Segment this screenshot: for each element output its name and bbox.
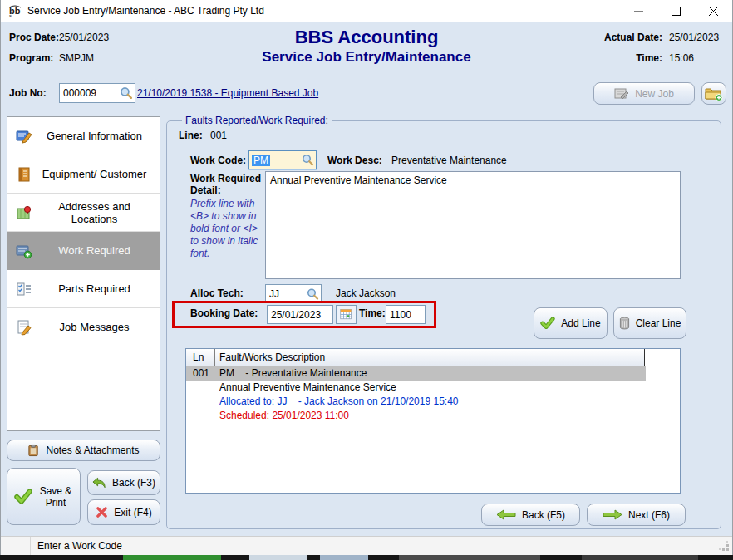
search-icon[interactable] <box>302 154 314 166</box>
line-value: 001 <box>210 130 227 141</box>
add-line-label: Add Line <box>561 317 600 329</box>
booking-date-label: Booking Date: <box>190 307 258 319</box>
booking-date-input[interactable]: 25/01/2023 <box>267 305 333 324</box>
title-bar: bb s Service Job Entry/Maintenance - ABC… <box>1 0 732 22</box>
detail-label: Work Required Detail: <box>190 173 267 196</box>
notes-attachments-button[interactable]: Notes & Attachments <box>7 440 160 461</box>
desktop-strip <box>0 555 733 560</box>
parts-required-icon <box>14 281 34 297</box>
time-value: 15:06 <box>669 52 724 64</box>
column-header-description: Fault/Works Description <box>219 351 325 363</box>
work-required-icon <box>14 243 34 259</box>
row-allocated-line: Allocated to: JJ - Jack Jackson on 21/10… <box>219 395 459 407</box>
back-f3-button[interactable]: Back (F3) <box>87 470 160 495</box>
exit-x-icon <box>96 507 108 518</box>
next-f6-arrow-icon <box>603 509 622 520</box>
faults-group-title: Faults Reported/Work Required: <box>182 115 332 126</box>
booking-time-input[interactable]: 1100 <box>386 305 426 324</box>
sidebar-item-work-required[interactable]: Work Required <box>7 232 160 270</box>
booking-time-value: 1100 <box>390 309 411 321</box>
work-desc-value: Preventative Maintenance <box>391 155 507 166</box>
notes-icon <box>27 444 40 457</box>
back-f3-label: Back (F3) <box>112 477 155 489</box>
save-check-icon <box>14 489 32 505</box>
booking-date-value: 25/01/2023 <box>271 309 321 321</box>
bbs-logo-icon: bb s <box>7 4 22 17</box>
clear-line-button[interactable]: Clear Line <box>613 307 686 339</box>
job-no-label: Job No: <box>9 87 47 99</box>
app-header: Proc Date: 25/01/2023 Program: SMPJM BBS… <box>1 22 732 76</box>
work-code-value: PM <box>252 155 270 166</box>
row-detail-line: Annual Preventive Maintenance Service <box>219 381 396 393</box>
save-print-label: Save & Print <box>38 485 73 508</box>
calendar-icon <box>340 307 352 322</box>
resize-grip[interactable] <box>719 541 730 552</box>
exit-f4-label: Exit (F4) <box>114 507 151 518</box>
table-header: Ln Fault/Works Description <box>186 349 645 366</box>
work-desc-label: Work Desc: <box>327 155 382 166</box>
close-button[interactable] <box>695 0 732 22</box>
maximize-button[interactable] <box>657 0 695 22</box>
svg-text:s: s <box>9 13 12 17</box>
column-divider <box>214 349 215 366</box>
column-header-ln: Ln <box>193 351 204 363</box>
calendar-button[interactable] <box>336 305 357 324</box>
new-job-icon <box>614 87 629 101</box>
time-label: Time: <box>636 52 662 64</box>
sidebar-item-job-messages[interactable]: Job Messages <box>7 308 160 346</box>
next-f6-button[interactable]: Next (F6) <box>587 504 686 526</box>
table-row[interactable]: 001 PM - Preventative Maintenance <box>186 366 646 381</box>
work-detail-textarea[interactable]: Annual Preventive Maintenance Service <box>265 171 681 279</box>
save-print-button[interactable]: Save & Print <box>7 468 81 525</box>
add-line-button[interactable]: Add Line <box>534 307 608 339</box>
close-icon <box>709 7 718 16</box>
open-folder-button[interactable] <box>701 82 726 105</box>
sidebar-item-parts-required[interactable]: Parts Required <box>7 270 160 308</box>
back-f5-arrow-icon <box>496 509 516 520</box>
row-scheduled-line: Scheduled: 25/01/2023 11:00 <box>219 410 349 421</box>
new-job-button[interactable]: New Job <box>593 82 695 105</box>
sidebar-item-general-information[interactable]: General Information <box>7 117 160 155</box>
sidebar-item-label: Equipment/ Customer <box>34 168 155 180</box>
sidebar-item-equipment-customer[interactable]: Equipment/ Customer <box>7 155 160 194</box>
actual-date-value: 25/01/2023 <box>669 32 724 43</box>
minimize-button[interactable] <box>620 0 657 22</box>
job-description-link[interactable]: 21/10/2019 1538 - Equipment Based Job <box>137 87 318 99</box>
alloc-tech-input[interactable]: JJ <box>265 284 322 303</box>
status-message: Enter a Work Code <box>37 540 122 552</box>
sidebar-item-label: Work Required <box>34 244 155 257</box>
back-f5-label: Back (F5) <box>522 509 565 521</box>
back-f5-button[interactable]: Back (F5) <box>481 504 580 526</box>
notes-attachments-label: Notes & Attachments <box>46 445 139 456</box>
search-icon[interactable] <box>307 287 319 300</box>
alloc-tech-name: Jack Jackson <box>336 287 396 299</box>
work-code-input[interactable]: PM <box>248 150 317 169</box>
back-f3-arrow-icon <box>92 477 106 489</box>
exit-f4-button[interactable]: Exit (F4) <box>87 499 160 525</box>
app-window: bb s Service Job Entry/Maintenance - ABC… <box>0 0 733 560</box>
sidebar-nav: General Information Equipment/ Customer … <box>7 116 160 431</box>
new-job-label: New Job <box>635 88 674 100</box>
minimize-icon <box>634 7 643 16</box>
next-f6-label: Next (F6) <box>628 509 670 521</box>
job-bar: Job No: 000009 21/10/2019 1538 - Equipme… <box>1 76 732 111</box>
check-icon <box>540 317 555 330</box>
line-label: Line: <box>179 130 203 141</box>
job-messages-icon <box>14 319 34 336</box>
equipment-customer-icon <box>14 166 34 183</box>
clear-line-label: Clear Line <box>636 317 681 329</box>
work-code-label: Work Code: <box>190 155 246 166</box>
sidebar-item-addresses-locations[interactable]: Addresses and Locations <box>7 194 160 232</box>
addresses-locations-icon <box>14 204 34 221</box>
row-ln-value: 001 <box>193 367 209 379</box>
search-icon[interactable] <box>120 86 133 100</box>
clear-bin-icon <box>619 317 630 330</box>
detail-hint: Prefix line with <B> to show in bold fon… <box>190 198 268 260</box>
job-no-input[interactable]: 000009 <box>59 83 135 103</box>
alloc-tech-label: Alloc Tech: <box>190 287 244 299</box>
general-information-icon <box>14 128 34 145</box>
faults-table[interactable]: Ln Fault/Works Description 001 PM - Prev… <box>185 348 681 494</box>
status-bar-segment <box>1 537 31 556</box>
row-fault-code: PM - Preventative Maintenance <box>219 367 366 379</box>
window-controls <box>620 0 732 22</box>
